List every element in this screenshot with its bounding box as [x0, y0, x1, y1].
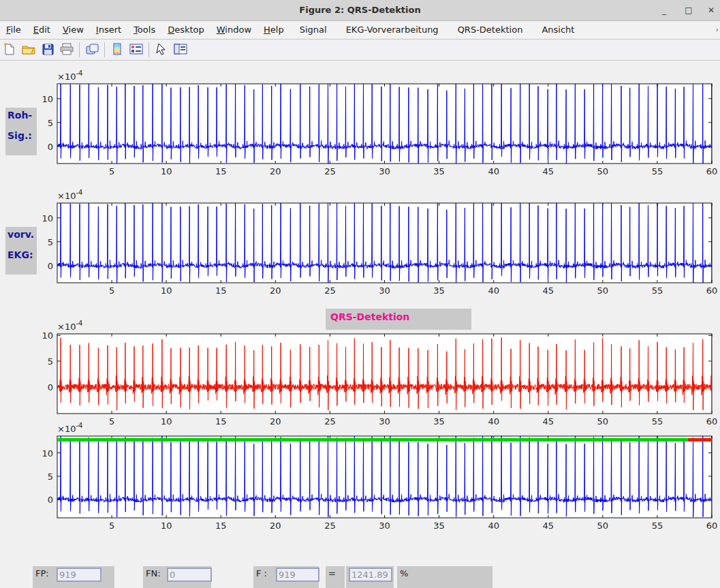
property-editor-icon[interactable]	[172, 42, 189, 57]
plot-qrs-detektion-ytick: 0	[48, 382, 53, 392]
plot-detektion-ergebnis-xtick: 20	[270, 521, 281, 531]
plot-detektion-ergebnis-exp-label: ×10-4	[57, 422, 82, 434]
plot-roh-signal-ytick: 5	[48, 118, 53, 128]
plot-roh-signal-xtick: 30	[379, 166, 390, 176]
maximize-button[interactable]: □	[681, 4, 696, 16]
menu-item-signal[interactable]: Signal	[290, 21, 336, 39]
plot-detektion-ergebnis-xtick: 40	[488, 521, 499, 531]
plot-vorv-ekg-xtick: 20	[270, 285, 281, 296]
plot-roh-signal-xtick: 50	[597, 166, 609, 176]
plot-vorv-ekg-xtick: 60	[706, 285, 718, 296]
toolbar-separator	[79, 42, 80, 57]
plot-vorv-ekg-xtick: 15	[215, 285, 227, 296]
plot-vorv-ekg-ytick: 5	[48, 237, 53, 247]
plot-detektion-ergebnis: 510152025303540455055600510×10-4	[0, 421, 720, 533]
plot-roh-signal-xtick: 40	[488, 166, 499, 176]
menu-item-window[interactable]: Window	[210, 21, 257, 39]
percent-label: %	[400, 568, 408, 578]
result-field[interactable]	[349, 568, 392, 582]
menu-item-edit[interactable]: Edit	[27, 21, 57, 39]
new-file-icon[interactable]	[1, 42, 18, 57]
plot-detektion-ergebnis-xtick: 45	[542, 521, 554, 531]
menu-item-file[interactable]: File	[0, 21, 27, 39]
menu-overflow-icon[interactable]: ›	[716, 25, 719, 34]
plot-vorv-ekg-xtick: 55	[652, 285, 663, 296]
plot-detektion-ergebnis-xtick: 50	[597, 521, 609, 531]
menu-item-insert[interactable]: Insert	[90, 21, 127, 39]
plot-vorv-ekg: 510152025303540455055600510×10-4	[0, 188, 720, 298]
minimize-button[interactable]: _	[657, 4, 672, 16]
plot-roh-signal-xtick: 25	[324, 166, 336, 176]
fn-label: FN:	[146, 568, 161, 578]
figure-window: { "window": { "title": "Figure 2: QRS-De…	[0, 0, 720, 588]
f-label: F :	[256, 568, 267, 578]
plot-detektion-ergebnis-axes[interactable]	[57, 436, 712, 518]
plot-vorv-ekg-xtick: 30	[379, 285, 390, 296]
plot-qrs-detektion-ytick: 5	[48, 356, 53, 367]
menu-item-help[interactable]: Help	[257, 21, 290, 39]
plot-vorv-ekg-side-label-1: EKG:	[5, 247, 37, 275]
percent-panel: %	[397, 566, 492, 588]
close-button[interactable]: ✕	[704, 4, 719, 16]
plot-vorv-ekg-xtick: 50	[597, 285, 609, 296]
equals-panel: =	[326, 566, 345, 588]
insert-legend-icon[interactable]	[128, 42, 144, 57]
menu-item-ekg-vorverarbeitung[interactable]: EKG-Vorverarbeitung	[336, 21, 448, 39]
plot-qrs-detektion-exp-label: ×10-4	[57, 320, 82, 332]
plot-detektion-ergebnis-xtick: 30	[379, 521, 390, 531]
f-field[interactable]	[276, 568, 319, 582]
plot-roh-signal: 510152025303540455055600510×10-4	[0, 69, 720, 179]
plot-roh-signal-axes[interactable]	[57, 84, 712, 164]
plot-detektion-ergebnis-xtick: 55	[652, 521, 663, 531]
plot-detektion-ergebnis-xtick: 15	[215, 521, 227, 531]
plot-roh-signal-xtick: 20	[270, 166, 281, 176]
plot-qrs-detektion-axes[interactable]	[57, 334, 712, 414]
plot-vorv-ekg-xtick: 45	[542, 285, 554, 296]
plot-roh-signal-ytick: 10	[42, 94, 53, 104]
edit-plot-cursor-icon[interactable]	[153, 42, 170, 57]
fn-field[interactable]	[167, 568, 212, 582]
menu-item-desktop[interactable]: Desktop	[161, 21, 210, 39]
insert-colorbar-icon[interactable]	[109, 42, 125, 57]
plot-roh-signal-side-label-1: Sig.:	[5, 128, 37, 155]
plot-vorv-ekg-side-label-0: vorv.	[5, 227, 37, 247]
menu-item-qrs-detektion[interactable]: QRS-Detektion	[448, 21, 533, 39]
toolbar-separator	[104, 42, 105, 57]
plot-roh-signal-xtick: 45	[542, 166, 554, 176]
plot-detektion-ergebnis-xtick: 25	[324, 521, 336, 531]
equals-label: =	[328, 568, 336, 578]
menu-item-view[interactable]: View	[57, 21, 90, 39]
plot-vorv-ekg-xtick: 10	[161, 285, 172, 296]
plot-qrs-detektion-ytick: 10	[42, 330, 53, 341]
plot-roh-signal-xtick: 55	[652, 166, 663, 176]
plot-detektion-ergebnis-xtick: 10	[161, 521, 172, 531]
menu-item-ansicht[interactable]: Ansicht	[532, 21, 584, 39]
title-bar: Figure 2: QRS-Detektion _ □ ✕	[0, 0, 720, 21]
plot-detektion-ergebnis-ytick: 5	[48, 471, 53, 482]
menu-item-tools[interactable]: Tools	[127, 21, 161, 39]
plot-vorv-ekg-ytick: 0	[48, 261, 53, 271]
plot-roh-signal-exp-label: ×10-4	[57, 69, 82, 82]
plot-vorv-ekg-xtick: 40	[488, 285, 499, 296]
menu-bar: FileEditViewInsertToolsDesktopWindowHelp…	[0, 21, 720, 40]
save-icon[interactable]	[40, 42, 56, 57]
plot-roh-signal-xtick: 10	[161, 166, 172, 176]
print-icon[interactable]	[59, 42, 75, 57]
link-plot-icon[interactable]	[84, 42, 100, 57]
plot-roh-signal-xtick: 35	[433, 166, 445, 176]
plot-detektion-ergebnis-ytick: 0	[48, 495, 53, 505]
plot-vorv-ekg-xtick: 35	[433, 285, 445, 296]
open-folder-icon[interactable]	[20, 42, 37, 57]
plot-detektion-ergebnis-xtick: 5	[109, 521, 114, 531]
plot-roh-signal-xtick: 60	[706, 166, 718, 176]
plot-vorv-ekg-ytick: 10	[42, 213, 53, 223]
plot-detektion-ergebnis-xtick: 60	[706, 521, 718, 531]
toolbar	[0, 40, 720, 61]
plot-roh-signal-xtick: 5	[109, 166, 114, 176]
fp-label: FP:	[35, 568, 49, 578]
plot-qrs-detektion: 510152025303540455055600510×10-4	[0, 319, 720, 429]
plot-vorv-ekg-exp-label: ×10-4	[57, 189, 82, 201]
fp-field[interactable]	[57, 568, 101, 582]
plot-vorv-ekg-axes[interactable]	[57, 203, 712, 283]
window-title: Figure 2: QRS-Detektion	[0, 5, 720, 15]
